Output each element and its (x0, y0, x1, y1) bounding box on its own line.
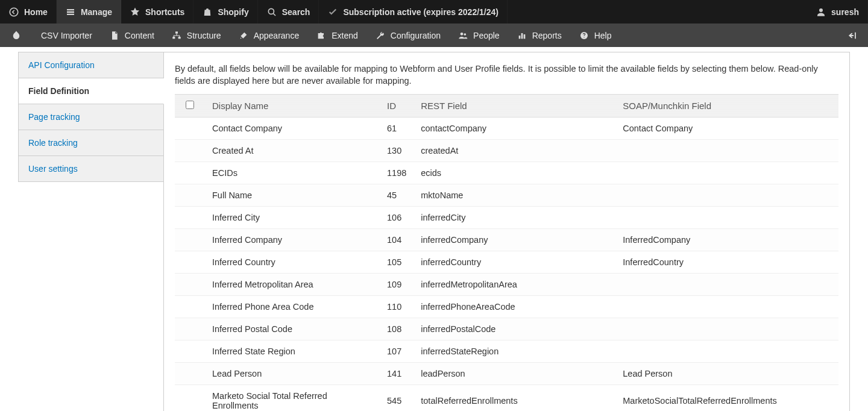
cell-rest-field: contactCompany (414, 118, 615, 140)
svg-point-16 (583, 37, 584, 37)
tab-role-tracking[interactable]: Role tracking (18, 130, 164, 156)
tab-page-tracking[interactable]: Page tracking (18, 104, 164, 130)
shopping-bag-icon (202, 7, 213, 17)
menubar-people-label: People (473, 31, 500, 40)
field-description: By default, all fields below will be ava… (175, 63, 838, 87)
tab-api-configuration[interactable]: API Configuration (18, 52, 164, 78)
toolbar-shortcuts[interactable]: Shortcuts (121, 0, 193, 24)
toolbar-user-label: suresh (831, 7, 859, 17)
svg-point-6 (819, 8, 823, 12)
cell-soap-field (615, 184, 838, 207)
bar-chart-icon (517, 30, 527, 41)
cell-display-name: Lead Person (205, 363, 380, 385)
search-icon (266, 7, 277, 17)
svg-rect-8 (172, 37, 175, 39)
cell-soap-field: Lead Person (615, 363, 838, 385)
row-checkbox-cell (175, 296, 205, 318)
toolbar-search[interactable]: Search (258, 0, 319, 24)
row-checkbox-cell (175, 274, 205, 296)
header-rest-field[interactable]: REST Field (414, 95, 615, 118)
cell-display-name: Contact Company (205, 118, 380, 140)
row-checkbox-cell (175, 318, 205, 340)
tab-user-settings[interactable]: User settings (18, 156, 164, 182)
menubar-help[interactable]: Help (570, 24, 620, 47)
tab-field-definition[interactable]: Field Definition (18, 78, 164, 104)
menubar-content[interactable]: Content (101, 24, 163, 47)
cell-display-name: Inferred Company (205, 229, 380, 251)
menubar-drupal[interactable] (0, 24, 33, 47)
menubar-reports-label: Reports (532, 31, 562, 40)
menubar-csv-importer[interactable]: CSV Importer (33, 24, 101, 47)
cell-display-name: Inferred City (205, 207, 380, 229)
check-icon (327, 7, 338, 17)
drupal-icon (11, 30, 22, 41)
toolbar-user[interactable]: suresh (807, 0, 868, 24)
toolbar-manage[interactable]: Manage (57, 0, 121, 24)
cell-id: 545 (380, 385, 414, 411)
menubar-structure[interactable]: Structure (163, 24, 230, 47)
star-icon (130, 7, 140, 17)
menubar-csv-importer-label: CSV Importer (41, 31, 92, 40)
menubar-content-label: Content (125, 31, 154, 40)
cell-soap-field (615, 162, 838, 184)
table-row: Full Name45mktoName (175, 184, 838, 207)
toolbar-shortcuts-label: Shortcuts (145, 7, 184, 17)
header-soap-field[interactable]: SOAP/Munchkin Field (615, 95, 838, 118)
cell-id: 107 (380, 340, 414, 363)
fields-table: Display Name ID REST Field SOAP/Munchkin… (175, 94, 838, 411)
cell-soap-field (615, 140, 838, 162)
toolbar-shopify-label: Shopify (218, 7, 248, 17)
menubar-collapse[interactable] (835, 24, 868, 47)
cell-display-name: Created At (205, 140, 380, 162)
toolbar-subscription[interactable]: Subscription active (expires 2022/1/24) (319, 0, 508, 24)
menubar-appearance[interactable]: Appearance (230, 24, 308, 47)
header-display-name[interactable]: Display Name (205, 95, 380, 118)
cell-rest-field: mktoName (414, 184, 615, 207)
header-id[interactable]: ID (380, 95, 414, 118)
row-checkbox-cell (175, 162, 205, 184)
cell-soap-field (615, 340, 838, 363)
table-row: Marketo Social Total Referred Enrollment… (175, 385, 838, 411)
table-row: Lead Person141leadPersonLead Person (175, 363, 838, 385)
cell-rest-field: createdAt (414, 140, 615, 162)
menubar-people[interactable]: People (449, 24, 508, 47)
tab-label: Field Definition (28, 86, 89, 96)
menubar-reports[interactable]: Reports (508, 24, 570, 47)
svg-line-5 (273, 13, 275, 16)
svg-point-10 (461, 33, 464, 36)
toolbar-search-label: Search (282, 7, 310, 17)
cell-display-name: Inferred Phone Area Code (205, 296, 380, 318)
cell-soap-field (615, 296, 838, 318)
cell-soap-field: Contact Company (615, 118, 838, 140)
menubar-extend[interactable]: Extend (307, 24, 366, 47)
hamburger-icon (65, 7, 76, 17)
toolbar-home[interactable]: Home (0, 0, 57, 24)
back-arrow-icon (8, 7, 19, 17)
tab-label: Page tracking (28, 112, 80, 122)
table-row: Created At130createdAt (175, 140, 838, 162)
select-all-checkbox[interactable] (186, 101, 194, 109)
people-icon (458, 30, 468, 41)
cell-display-name: Inferred State Region (205, 340, 380, 363)
toolbar-shopify[interactable]: Shopify (193, 0, 257, 24)
cell-rest-field: inferredMetropolitanArea (414, 274, 615, 296)
cell-display-name: Full Name (205, 184, 380, 207)
menubar-extend-label: Extend (332, 31, 358, 40)
cell-id: 130 (380, 140, 414, 162)
svg-rect-7 (175, 31, 178, 33)
document-icon (109, 30, 120, 41)
cell-soap-field (615, 274, 838, 296)
table-row: Inferred Postal Code108inferredPostalCod… (175, 318, 838, 340)
menubar-configuration[interactable]: Configuration (366, 24, 449, 47)
header-select-all (175, 95, 205, 118)
table-row: Inferred State Region107inferredStateReg… (175, 340, 838, 363)
row-checkbox-cell (175, 140, 205, 162)
cell-id: 105 (380, 251, 414, 274)
row-checkbox-cell (175, 385, 205, 411)
paint-brush-icon (238, 30, 249, 41)
cell-display-name: Inferred Country (205, 251, 380, 274)
collapse-sidebar-icon (846, 30, 857, 41)
cell-rest-field: inferredPhoneAreaCode (414, 296, 615, 318)
svg-rect-13 (521, 33, 523, 39)
sitemap-icon (171, 30, 182, 41)
